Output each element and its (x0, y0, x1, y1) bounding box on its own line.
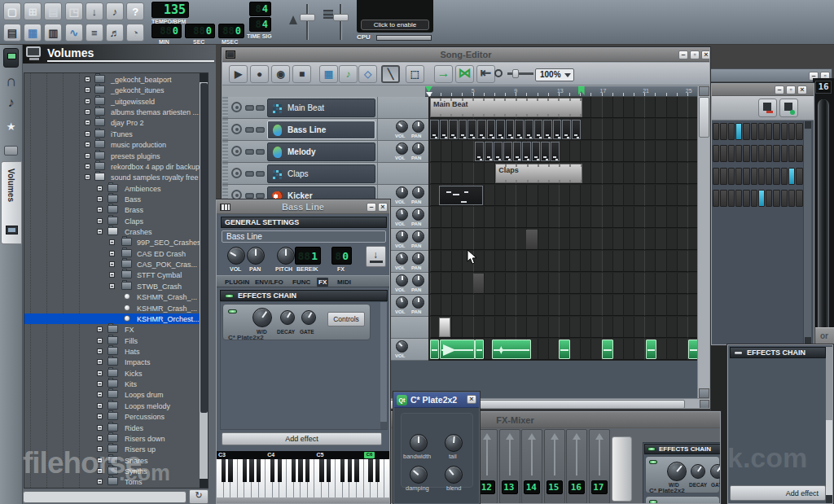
beat-cell[interactable] (728, 168, 735, 185)
beat-cell-active[interactable] (735, 123, 742, 140)
tree-expand-box[interactable] (97, 381, 103, 387)
track-pan-knob[interactable] (412, 208, 424, 221)
track-pan-knob[interactable] (412, 252, 424, 265)
song-editor-minimize-button[interactable]: – (678, 50, 688, 59)
instrument-tab-func[interactable]: FUNC (291, 278, 312, 287)
fx-effect-wd-knob[interactable] (667, 462, 687, 481)
track-solo-led[interactable] (256, 149, 265, 155)
fx-mixer-effect-unit-2[interactable] (645, 496, 720, 504)
pattern-segment[interactable] (572, 120, 581, 139)
piano-black-key[interactable] (249, 459, 253, 482)
track-solo-led[interactable] (256, 127, 265, 133)
master-volume-handle[interactable] (300, 14, 315, 21)
track-timeline[interactable] (428, 207, 697, 229)
track-vol-knob[interactable] (396, 186, 408, 199)
tree-expand-box[interactable] (97, 392, 103, 397)
project-notes-button[interactable]: ♬ (106, 24, 124, 42)
cpu-tooltip[interactable]: Click to enable (361, 20, 429, 30)
search-input[interactable] (23, 491, 187, 503)
pattern-segment[interactable] (440, 120, 449, 139)
track-timeline[interactable] (428, 273, 697, 295)
timeline-ruler[interactable]: 5913172125 (425, 86, 697, 97)
sample-clip[interactable] (430, 340, 439, 359)
beat-cell[interactable] (751, 123, 757, 140)
beat-cell[interactable] (781, 123, 788, 140)
tree-expand-box[interactable] (97, 338, 103, 344)
beat-cell[interactable] (751, 168, 757, 185)
fx-channel[interactable]: 17 (589, 429, 610, 504)
track-gear-icon[interactable] (231, 124, 242, 134)
effect-unit[interactable]: W/D DECAY GATE Controls C* Plate2x2 (222, 304, 371, 340)
piano-black-key[interactable] (257, 459, 261, 482)
tree-item[interactable]: KSHMR_Crash_... (24, 303, 200, 313)
pattern-segment[interactable] (477, 120, 486, 139)
effects-chain-led[interactable] (225, 294, 234, 298)
samples-tab-icon[interactable]: ∩ (3, 72, 19, 90)
pattern-segment[interactable] (553, 120, 562, 139)
export-project-button[interactable]: ◳ (65, 2, 83, 20)
beat-editor-close-button[interactable]: × (797, 85, 807, 94)
beat-cell[interactable] (796, 145, 802, 162)
beat-cell[interactable] (751, 190, 757, 207)
track-timeline[interactable] (428, 295, 697, 317)
beat-cell[interactable] (743, 123, 749, 140)
track-vol-knob[interactable] (396, 340, 408, 353)
beat-cell[interactable] (728, 145, 735, 162)
effects-chain-scrollbar[interactable] (380, 302, 387, 429)
tree-item[interactable]: KSHMR_Orchest... (24, 313, 200, 324)
pattern-segment[interactable] (541, 142, 550, 161)
tree-expand-box[interactable] (85, 174, 90, 180)
track-mute-led[interactable] (245, 105, 254, 111)
tree-item[interactable]: Risers down (24, 433, 200, 444)
beat-cell[interactable] (758, 168, 765, 185)
pattern-segment[interactable] (485, 142, 494, 161)
instrument-pan-knob[interactable] (247, 247, 265, 265)
beat-cell[interactable] (735, 168, 742, 185)
volumes-tab[interactable]: Volumes (1, 161, 22, 244)
piano-black-key[interactable] (298, 459, 302, 482)
tree-item[interactable]: Fills (24, 335, 200, 346)
instrument-pitch-knob[interactable] (277, 247, 295, 265)
pattern-segment[interactable] (503, 142, 512, 161)
piano-roll-button[interactable]: ▥ (44, 24, 62, 42)
instruments-tab-icon[interactable] (3, 48, 19, 68)
select-mode-button[interactable]: ⬚ (406, 65, 424, 83)
home-tab-icon[interactable]: ★ (3, 121, 19, 138)
tree-item[interactable]: Brass (24, 204, 200, 215)
beat-cell[interactable] (796, 123, 802, 140)
beat-cell[interactable] (796, 168, 802, 185)
tree-item[interactable]: STFT Cymbal (24, 270, 200, 280)
beat-cell[interactable] (766, 123, 772, 140)
piano-black-key[interactable] (389, 459, 390, 482)
track-pan-knob[interactable] (412, 142, 424, 155)
beat-editor-maximize-button[interactable]: ▫ (786, 85, 796, 94)
beat-cell[interactable] (766, 190, 772, 207)
instrument-minimize-button[interactable]: – (367, 203, 376, 212)
zoom-dropdown[interactable]: 100% (535, 68, 574, 81)
sample-clip[interactable] (492, 340, 530, 359)
piano-black-key[interactable] (340, 459, 345, 482)
beat-cell[interactable] (743, 145, 749, 162)
song-editor-button[interactable]: ▤ (3, 24, 21, 42)
tree-item[interactable]: rekordbox 4 app dir backup (24, 161, 200, 172)
rewind-button[interactable]: ⇤ (476, 65, 495, 83)
pattern-segment[interactable] (459, 120, 467, 139)
track-pan-knob[interactable] (412, 274, 424, 287)
loop-points-button[interactable]: ⋈ (455, 65, 474, 83)
controller-rack-button[interactable]: ◔ (126, 24, 144, 42)
pattern-segment[interactable] (543, 120, 552, 139)
track-timeline[interactable] (428, 317, 697, 339)
piano-black-key[interactable] (319, 459, 323, 482)
tree-expand-box[interactable] (97, 207, 103, 213)
song-editor-close-button[interactable]: × (701, 50, 710, 59)
beat-cell[interactable] (788, 190, 795, 207)
tree-expand-box[interactable] (85, 153, 90, 159)
save-preset-button[interactable]: ↓ (366, 246, 386, 267)
fx-effect-decay-knob[interactable] (691, 464, 705, 479)
effect-unit-led[interactable] (228, 309, 237, 313)
piano-black-key[interactable] (375, 459, 380, 482)
track-vol-knob[interactable] (396, 296, 408, 309)
tree-expand-box[interactable] (85, 109, 90, 115)
track-gear-icon[interactable] (231, 168, 242, 178)
project-note-button[interactable]: ♪ (106, 2, 124, 20)
